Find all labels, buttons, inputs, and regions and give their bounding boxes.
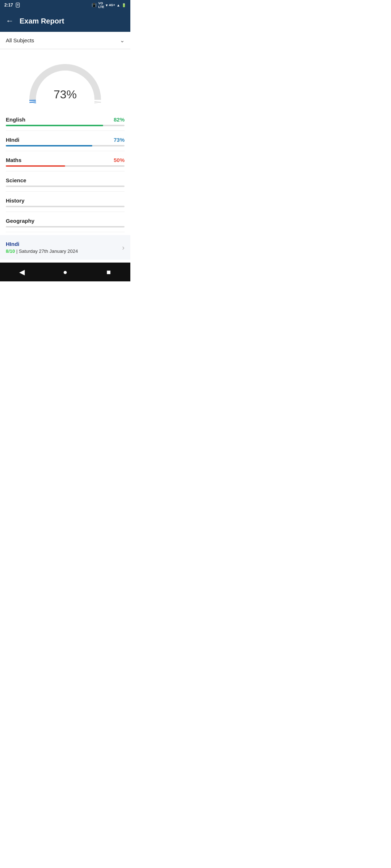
subject-row: Science [6, 177, 125, 183]
chevron-right-icon: › [122, 243, 125, 252]
subject-item: Science [6, 171, 125, 192]
subject-percent: 82% [114, 116, 125, 123]
subject-dropdown[interactable]: All Subjects ⌄ [0, 32, 130, 49]
progress-bar-background [6, 145, 125, 146]
subject-percent: 50% [114, 157, 125, 163]
signal-icon: ▲ [117, 3, 120, 7]
separator: | [15, 248, 19, 254]
subject-row: History [6, 197, 125, 204]
chevron-down-icon: ⌄ [120, 37, 125, 44]
status-bar: 2:17 📳 VOLTE ▾ 4G+ ▲ 🔋 [0, 0, 130, 10]
subject-item: English82% [6, 111, 125, 131]
subject-name: English [6, 116, 25, 123]
subjects-list: English82%HIndi73%Maths50%ScienceHistory… [0, 111, 130, 232]
page-title: Exam Report [20, 17, 64, 25]
subject-row: English82% [6, 116, 125, 123]
subject-name: Science [6, 177, 26, 183]
gauge-chart-container: 73% [0, 49, 130, 111]
sim-icon [15, 3, 20, 8]
subject-row: Geography [6, 218, 125, 224]
subject-name: HIndi [6, 137, 20, 143]
battery-icon: 🔋 [122, 3, 126, 7]
nav-back-button[interactable]: ◀ [14, 265, 29, 279]
progress-bar-fill [6, 145, 92, 146]
subject-item: Maths50% [6, 151, 125, 171]
subject-row: Maths50% [6, 157, 125, 163]
gauge-value: 73% [54, 88, 77, 101]
subject-item: HIndi73% [6, 131, 125, 151]
status-time-area: 2:17 [4, 3, 20, 8]
progress-bar-background [6, 165, 125, 167]
bottom-nav: ◀ ● ■ [0, 263, 130, 281]
nav-recents-button[interactable]: ■ [101, 265, 116, 279]
progress-bar-background [6, 226, 125, 227]
wifi-icon: ▾ [106, 3, 108, 7]
recent-exam-title: HIndi [6, 241, 78, 247]
vibrate-icon: 📳 [92, 3, 97, 8]
subject-name: Maths [6, 157, 21, 163]
progress-bar-background [6, 206, 125, 207]
recent-exam-info: HIndi 8/10 | Saturday 27th January 2024 [6, 241, 78, 254]
subject-percent: 73% [114, 137, 125, 143]
subject-item: History [6, 192, 125, 212]
recent-exam-score: 8/10 [6, 248, 15, 254]
network-icon: 4G+ [109, 3, 115, 7]
progress-bar-fill [6, 165, 65, 167]
recent-exam-details: 8/10 | Saturday 27th January 2024 [6, 248, 78, 254]
status-icons: 📳 VOLTE ▾ 4G+ ▲ 🔋 [92, 1, 126, 9]
nav-home-button[interactable]: ● [58, 265, 72, 279]
progress-bar-background [6, 186, 125, 187]
header: ← Exam Report [0, 10, 130, 32]
subject-name: Geography [6, 218, 34, 224]
volte-icon: VOLTE [98, 1, 104, 9]
subject-dropdown-label: All Subjects [6, 37, 34, 43]
subject-row: HIndi73% [6, 137, 125, 143]
svg-rect-2 [17, 5, 19, 5]
back-button[interactable]: ← [6, 16, 14, 26]
subject-item: Geography [6, 212, 125, 232]
recent-exam-card[interactable]: HIndi 8/10 | Saturday 27th January 2024 … [0, 235, 130, 260]
recent-exam-date: Saturday 27th January 2024 [19, 248, 78, 254]
svg-rect-1 [17, 4, 19, 5]
progress-bar-background [6, 125, 125, 126]
subject-name: History [6, 197, 25, 204]
progress-bar-fill [6, 125, 103, 126]
status-time: 2:17 [4, 3, 13, 8]
